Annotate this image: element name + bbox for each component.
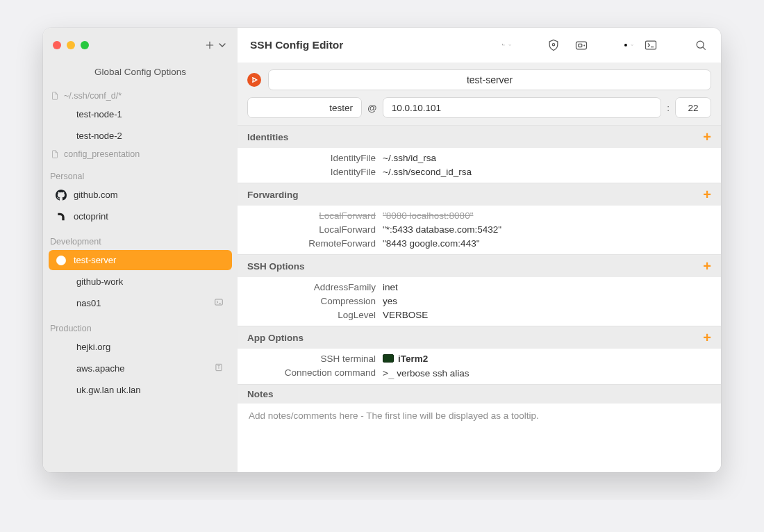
kv-value: >_verbose ssh alias <box>383 367 711 379</box>
sidebar-item-test-node-1[interactable]: test-node-1 <box>49 104 232 124</box>
kv-key: LocalForward <box>247 210 376 221</box>
sidebar-item-nas01[interactable]: nas01 <box>49 293 232 313</box>
identity-row[interactable]: IdentityFile ~/.ssh/id_rsa <box>238 151 721 165</box>
sidebar-item-uk-gw[interactable]: uk.gw.lan uk.lan <box>49 380 232 400</box>
kv-key: IdentityFile <box>247 167 376 177</box>
section-title: Notes <box>247 389 274 399</box>
global-config-options[interactable]: Global Config Options <box>43 63 238 88</box>
app-option-row[interactable]: SSH terminal iTerm2 <box>238 351 721 365</box>
svg-rect-20 <box>576 42 587 49</box>
sidebar-item-github-work[interactable]: github-work <box>49 272 232 292</box>
sidebar-section-development[interactable]: Development <box>43 234 238 249</box>
iterm-icon <box>383 354 394 363</box>
svg-point-31 <box>253 78 256 81</box>
kv-value: inet <box>383 282 711 292</box>
host-ip-input[interactable] <box>383 97 662 118</box>
chevron-down-icon <box>217 40 228 51</box>
sidebar-item-label: octoprint <box>74 211 108 222</box>
zoom-window-button[interactable] <box>81 41 89 49</box>
main-panel: SSH Config Editor <box>238 28 721 472</box>
sidebar-item-test-node-2[interactable]: test-node-2 <box>49 126 232 146</box>
sidebar-section-personal[interactable]: Personal <box>43 169 238 184</box>
kv-value: "8443 google.com:443" <box>383 238 711 249</box>
sidebar-item-label: github-work <box>76 276 123 287</box>
octoprint-icon <box>56 211 67 222</box>
sidebar-item-label: test-node-1 <box>76 109 122 119</box>
github-icon <box>56 190 67 201</box>
toolbar-vault-button[interactable] <box>574 38 589 53</box>
svg-point-34 <box>252 81 254 83</box>
section-app-options: SSH terminal iTerm2 Connection command >… <box>238 349 721 384</box>
close-window-button[interactable] <box>53 41 61 49</box>
svg-point-33 <box>252 77 254 78</box>
add-identity-button[interactable]: + <box>703 130 711 144</box>
hostname-input[interactable] <box>268 69 711 90</box>
forward-row[interactable]: LocalForward "*:5433 database.com:5432" <box>238 222 721 236</box>
kv-key: LogLevel <box>247 310 376 320</box>
sidebar-include-label: config_presentation <box>64 149 140 159</box>
ubuntu-icon <box>56 255 67 266</box>
svg-point-22 <box>583 44 585 46</box>
toolbar-sort-dropdown[interactable] <box>501 42 511 49</box>
svg-rect-21 <box>579 44 582 47</box>
sidebar-item-label: test-server <box>74 255 116 265</box>
sidebar-include[interactable]: ~/.ssh/conf_d/* <box>43 88 238 103</box>
section-ssh-options-header: SSH Options + <box>238 254 721 277</box>
section-title: SSH Options <box>247 261 305 272</box>
sidebar-item-aws-apache[interactable]: aws.apache T <box>49 358 232 379</box>
notes-textarea[interactable]: Add notes/comments here - The first line… <box>238 404 721 472</box>
at-separator: @ <box>367 103 377 113</box>
svg-text:T: T <box>217 365 220 369</box>
file-include-icon <box>50 91 60 101</box>
option-row[interactable]: LogLevel VERBOSE <box>238 308 721 322</box>
section-title: Forwarding <box>247 190 299 200</box>
vault-icon <box>574 38 588 52</box>
user-input[interactable] <box>247 97 362 118</box>
option-row[interactable]: AddressFamily inet <box>238 280 721 294</box>
forward-row[interactable]: LocalForward "8080 localhost:8080" <box>238 208 721 222</box>
sidebar-section-label: Development <box>50 237 101 247</box>
host-os-icon[interactable] <box>247 73 261 87</box>
toolbar-shield-button[interactable] <box>546 38 561 53</box>
kv-value: ~/.ssh/id_rsa <box>383 153 711 163</box>
sidebar-item-hejki[interactable]: hejki.org <box>49 337 232 357</box>
add-forward-button[interactable]: + <box>703 188 711 201</box>
toolbar-terminal-button[interactable] <box>643 38 658 53</box>
sidebar-item-octoprint[interactable]: octoprint <box>49 206 232 226</box>
toolbar: SSH Config Editor <box>238 28 721 63</box>
sidebar-item-label: aws.apache <box>76 363 124 374</box>
add-host-dropdown[interactable] <box>204 40 228 51</box>
svg-point-5 <box>58 257 60 259</box>
toolbar-more-dropdown[interactable] <box>624 42 633 49</box>
port-input[interactable] <box>675 97 711 118</box>
section-identities: IdentityFile ~/.ssh/id_rsa IdentityFile … <box>238 148 721 183</box>
add-ssh-option-button[interactable]: + <box>703 259 711 273</box>
kv-value: iTerm2 <box>383 354 711 364</box>
app-title: SSH Config Editor <box>250 39 343 51</box>
sidebar-item-github[interactable]: github.com <box>49 185 232 205</box>
add-app-option-button[interactable]: + <box>703 331 711 344</box>
sidebar-item-test-server[interactable]: test-server <box>49 250 232 270</box>
terminal-icon <box>644 38 658 52</box>
sidebar-include[interactable]: config_presentation <box>43 147 238 162</box>
section-forwarding: LocalForward "8080 localhost:8080" Local… <box>238 206 721 254</box>
sidebar-item-label: hejki.org <box>76 342 110 352</box>
svg-line-30 <box>703 47 706 50</box>
minimize-window-button[interactable] <box>67 41 75 49</box>
option-row[interactable]: Compression yes <box>238 294 721 308</box>
sidebar-item-label: uk.gw.lan uk.lan <box>76 385 141 395</box>
forward-row[interactable]: RemoteForward "8443 google.com:443" <box>238 236 721 250</box>
app-option-row[interactable]: Connection command >_verbose ssh alias <box>238 365 721 380</box>
svg-point-4 <box>63 259 65 261</box>
host-header: @ : <box>238 63 721 125</box>
section-title: Identities <box>247 132 288 142</box>
sidebar-section-production[interactable]: Production <box>43 321 238 336</box>
section-identities-header: Identities + <box>238 125 721 148</box>
toolbar-search-button[interactable] <box>693 38 708 53</box>
section-forwarding-header: Forwarding + <box>238 183 721 206</box>
svg-rect-27 <box>646 41 656 49</box>
identity-row[interactable]: IdentityFile ~/.ssh/second_id_rsa <box>238 165 721 178</box>
more-icon <box>624 43 628 47</box>
kv-value: ~/.ssh/second_id_rsa <box>383 167 711 177</box>
svg-point-11 <box>502 44 503 44</box>
